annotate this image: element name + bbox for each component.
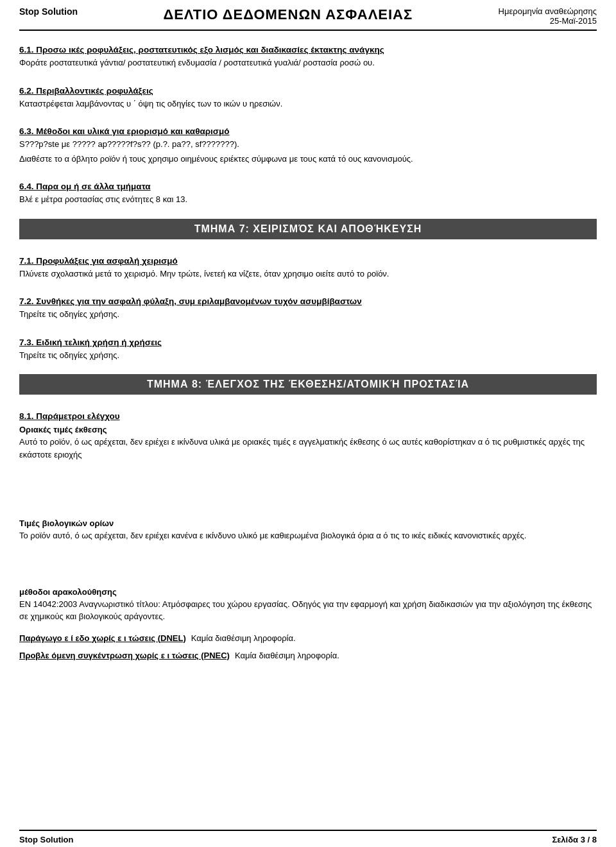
banner-section-7: ΤΜΗΜΑ 7: ΧΕΙΡΙΣΜΌΣ ΚΑΙ ΑΠΟΘΉΚΕΥΣΗ: [19, 219, 597, 239]
dnel-value: Καμία διαθέσιμη ληροφορία.: [191, 633, 597, 643]
exposure-limit-text: Αυτό το ροϊόν, ό ως αρέχεται, δεν εριέχε…: [19, 436, 597, 461]
revision-label: Ημερομηνία αναθεώρησης: [499, 6, 597, 16]
section-6-2-heading: 6.2. Περιβαλλοντικές ροφυλάξεις: [19, 86, 597, 96]
section-7-2-heading: 7.2. Συνθήκες για την ασφαλή φύλαξη, συμ…: [19, 296, 597, 306]
section-8-1: 8.1. Παράμετροι ελέγχου Οριακές τιμές έκ…: [19, 405, 597, 626]
section-6-2-text: Καταστρέφεται λαμβάνοντας υ ΄ όψη τις οδ…: [19, 98, 597, 110]
section-6-4: 6.4. Παρα ομ ή σε άλλα τμήματα Βλέ ε μέτ…: [19, 175, 597, 209]
section-6-3-text: S???p?ste με ????? ap?????f?s?? (p.?. pa…: [19, 138, 597, 165]
section-7-3-heading: 7.3. Ειδική τελική χρήση ή χρήσεις: [19, 338, 597, 347]
company-name: Stop Solution: [19, 6, 78, 17]
monitoring-methods-text: ΕΝ 14042:2003 Αναγνωριστικό τίτλου: Ατμό…: [19, 598, 597, 623]
footer-right: Σελίδα 3 / 8: [552, 835, 597, 844]
pnec-label: Προβλε όμενη συγκέντρωση χωρίς ε ι τώσει…: [19, 651, 230, 660]
section-6-1-heading: 6.1. Προσω ικές ροφυλάξεις, ροστατευτικό…: [19, 45, 597, 55]
biological-limits-label: Τιμές βιολογικών ορίων: [19, 518, 597, 528]
section-6-2: 6.2. Περιβαλλοντικές ροφυλάξεις Καταστρέ…: [19, 80, 597, 113]
exposure-limit-block: Οριακές τιμές έκθεσης Αυτό το ροϊόν, ό ω…: [19, 425, 597, 461]
banner-section-8: ΤΜΗΜΑ 8: ΈΛΕΓΧΟΣ ΤΗΣ ΈΚΘΕΣΗΣ/ΑΤΟΜΙΚΉ ΠΡΟ…: [19, 374, 597, 395]
monitoring-methods-block: μέθοδοι αρακολούθησης ΕΝ 14042:2003 Αναγ…: [19, 587, 597, 623]
section-6-3: 6.3. Μέθοδοι και υλικά για εριορισμό και…: [19, 120, 597, 167]
section-7-2-text: Τηρείτε τις οδηγίες χρήσης.: [19, 308, 597, 321]
footer-left: Stop Solution: [19, 835, 73, 844]
monitoring-methods-label: μέθοδοι αρακολούθησης: [19, 587, 597, 597]
spacer-1: [19, 463, 597, 515]
pnec-row: Προβλε όμενη συγκέντρωση χωρίς ε ι τώσει…: [19, 651, 597, 660]
pnec-value: Καμία διαθέσιμη ληροφορία.: [235, 651, 597, 660]
section-6-4-heading: 6.4. Παρα ομ ή σε άλλα τμήματα: [19, 182, 597, 191]
biological-limits-block: Τιμές βιολογικών ορίων Το ροϊόν αυτό, ό …: [19, 518, 597, 542]
revision-date-block: Ημερομηνία αναθεώρησης 25-Μαϊ-2015: [499, 6, 597, 26]
document-title: ΔΕΛΤΙΟ ΔΕΔΟΜΕΝΩΝ ΑΣΦΑΛΕΙΑΣ: [78, 6, 499, 23]
section-6-3-heading: 6.3. Μέθοδοι και υλικά για εριορισμό και…: [19, 126, 597, 136]
section-7-2: 7.2. Συνθήκες για την ασφαλή φύλαξη, συμ…: [19, 290, 597, 323]
dnel-row: Παράγωγο ε ί εδο χωρίς ε ι τώσεις (DNEL)…: [19, 633, 597, 643]
section-7-1-text: Πλύνετε σχολαστικά μετά το χειρισμό. Μην…: [19, 268, 597, 280]
section-6-4-text: Βλέ ε μέτρα ροστασίας στις ενότητες 8 κα…: [19, 193, 597, 206]
section-6-1: 6.1. Προσω ικές ροφυλάξεις, ροστατευτικό…: [19, 38, 597, 72]
revision-date: 25-Μαϊ-2015: [499, 16, 597, 26]
biological-limits-text: Το ροϊόν αυτό, ό ως αρέχεται, δεν εριέχε…: [19, 529, 597, 542]
dnel-label: Παράγωγο ε ί εδο χωρίς ε ι τώσεις (DNEL): [19, 633, 186, 643]
header: Stop Solution ΔΕΛΤΙΟ ΔΕΔΟΜΕΝΩΝ ΑΣΦΑΛΕΙΑΣ…: [19, 0, 597, 31]
section-7-1: 7.1. Προφυλάξεις για ασφαλή χειρισμό Πλύ…: [19, 250, 597, 283]
exposure-limit-label: Οριακές τιμές έκθεσης: [19, 425, 597, 434]
footer: Stop Solution Σελίδα 3 / 8: [19, 830, 597, 847]
section-7-3-text: Τηρείτε τις οδηγίες χρήσης.: [19, 349, 597, 362]
section-6-1-text: Φοράτε ροστατευτικά γάντια/ ροστατευτική…: [19, 56, 597, 69]
section-8-1-heading: 8.1. Παράμετροι ελέγχου: [19, 411, 597, 421]
spacer-2: [19, 545, 597, 583]
section-7-1-heading: 7.1. Προφυλάξεις για ασφαλή χειρισμό: [19, 256, 597, 266]
page: Stop Solution ΔΕΛΤΙΟ ΔΕΔΟΜΕΝΩΝ ΑΣΦΑΛΕΙΑΣ…: [0, 0, 616, 847]
section-7-3: 7.3. Ειδική τελική χρήση ή χρήσεις Τηρεί…: [19, 331, 597, 364]
